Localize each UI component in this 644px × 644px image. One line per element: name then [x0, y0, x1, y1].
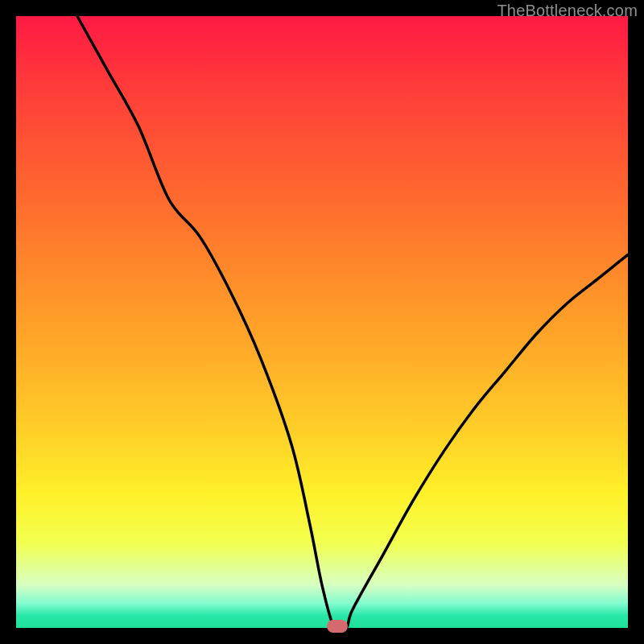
bottleneck-curve [16, 16, 628, 628]
plot-area [16, 16, 628, 628]
minimum-marker [327, 620, 349, 632]
chart-root: TheBottleneck.com [0, 0, 644, 644]
